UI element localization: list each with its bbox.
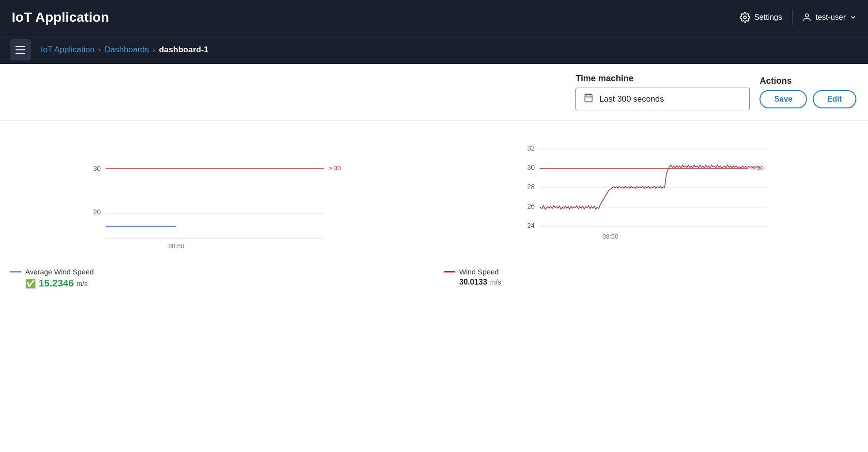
chart-2-container: 32 30 28 26 24 > 30 bbox=[444, 132, 858, 289]
actions-label: Actions bbox=[760, 76, 856, 86]
chart-1-legend-text: Average Wind Speed bbox=[25, 268, 93, 276]
time-machine-input[interactable]: Last 300 seconds bbox=[575, 88, 750, 110]
nav-right: Settings test-user bbox=[740, 10, 856, 25]
breadcrumb-bar: IoT Application › Dashboards › dashboard… bbox=[0, 35, 868, 64]
chart-2-value: 30.0133 bbox=[459, 278, 487, 286]
svg-text:26: 26 bbox=[527, 202, 535, 210]
chart-1-value: 15.2346 bbox=[39, 278, 74, 289]
chart-2-legend: Wind Speed 30.0133 m/s bbox=[444, 268, 858, 286]
svg-point-1 bbox=[805, 14, 808, 17]
breadcrumb-section[interactable]: Dashboards bbox=[105, 45, 149, 55]
gear-icon bbox=[740, 12, 750, 23]
hamburger-line-2 bbox=[16, 49, 25, 50]
chevron-down-icon bbox=[850, 14, 856, 21]
chart-1-legend: Average Wind Speed ✅ 15.2346 m/s bbox=[10, 268, 424, 289]
svg-point-0 bbox=[744, 16, 746, 19]
actions-buttons: Save Edit bbox=[760, 90, 856, 108]
breadcrumb-sep-2: › bbox=[153, 46, 155, 54]
save-button[interactable]: Save bbox=[760, 90, 806, 108]
settings-label: Settings bbox=[754, 13, 782, 22]
svg-text:20: 20 bbox=[93, 208, 101, 216]
time-machine-section: Time machine Last 300 seconds bbox=[575, 74, 750, 110]
user-menu[interactable]: test-user bbox=[802, 13, 856, 22]
svg-text:32: 32 bbox=[527, 144, 535, 152]
svg-text:> 30: > 30 bbox=[751, 165, 764, 172]
calendar-icon bbox=[584, 93, 593, 105]
svg-text:08:50: 08:50 bbox=[169, 242, 185, 250]
breadcrumb-current: dashboard-1 bbox=[159, 45, 208, 55]
hamburger-line-3 bbox=[16, 53, 25, 54]
check-icon: ✅ bbox=[25, 278, 36, 289]
chart-2-legend-color bbox=[444, 271, 455, 272]
user-name: test-user bbox=[816, 13, 846, 22]
toolbar: Time machine Last 300 seconds Actions Sa… bbox=[0, 64, 868, 121]
settings-link[interactable]: Settings bbox=[740, 12, 782, 23]
time-machine-value: Last 300 seconds bbox=[599, 94, 664, 104]
chart-2-svg-wrapper: 32 30 28 26 24 > 30 bbox=[444, 132, 858, 260]
actions-section: Actions Save Edit bbox=[760, 76, 856, 108]
svg-text:28: 28 bbox=[527, 183, 535, 191]
hamburger-line-1 bbox=[16, 46, 25, 47]
hamburger-button[interactable] bbox=[10, 39, 31, 60]
svg-text:> 30: > 30 bbox=[328, 165, 341, 172]
edit-button[interactable]: Edit bbox=[813, 90, 856, 108]
time-machine-label: Time machine bbox=[575, 74, 750, 84]
nav-divider bbox=[792, 10, 792, 25]
top-nav: IoT Application Settings test-user bbox=[0, 0, 868, 35]
chart-2-legend-label: Wind Speed bbox=[444, 268, 858, 276]
svg-rect-2 bbox=[585, 94, 592, 102]
breadcrumb-home[interactable]: IoT Application bbox=[41, 45, 94, 55]
chart-1-svg-wrapper: 30 20 > 30 08:50 bbox=[10, 132, 424, 260]
svg-text:08:50: 08:50 bbox=[603, 233, 619, 240]
chart-1-svg: 30 20 > 30 08:50 bbox=[10, 132, 424, 258]
breadcrumb: IoT Application › Dashboards › dashboard… bbox=[41, 45, 208, 55]
chart-2-svg: 32 30 28 26 24 > 30 bbox=[444, 132, 858, 258]
svg-text:30: 30 bbox=[527, 164, 535, 171]
charts-area: 30 20 > 30 08:50 bbox=[0, 121, 868, 301]
user-icon bbox=[802, 13, 812, 22]
chart-1-container: 30 20 > 30 08:50 bbox=[10, 132, 424, 289]
chart-1-value-row: ✅ 15.2346 m/s bbox=[25, 278, 424, 289]
chart-1-legend-label: Average Wind Speed bbox=[10, 268, 424, 276]
chart-2-value-row: 30.0133 m/s bbox=[459, 278, 858, 286]
app-title: IoT Application bbox=[12, 10, 109, 25]
chart-1-legend-color bbox=[10, 271, 21, 272]
chart-2-legend-text: Wind Speed bbox=[459, 268, 499, 276]
main-content: Time machine Last 300 seconds Actions Sa… bbox=[0, 64, 868, 452]
svg-text:30: 30 bbox=[93, 165, 101, 172]
svg-text:24: 24 bbox=[527, 222, 535, 229]
chart-2-unit: m/s bbox=[490, 278, 501, 286]
breadcrumb-sep-1: › bbox=[98, 46, 101, 54]
chart-1-unit: m/s bbox=[77, 280, 88, 287]
